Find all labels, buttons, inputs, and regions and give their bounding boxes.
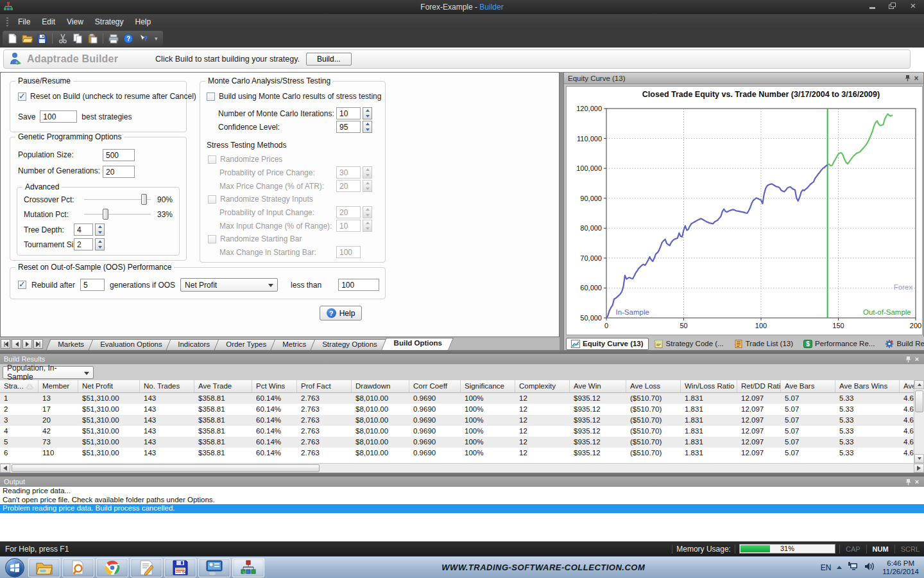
close-button[interactable]: ×: [907, 2, 919, 11]
taskbar-search-icon[interactable]: [62, 558, 94, 577]
population-input[interactable]: [103, 149, 135, 161]
column-header-net-profit[interactable]: Net Profit: [78, 380, 140, 392]
menu-item-edit[interactable]: Edit: [36, 15, 61, 28]
max-input-spinner[interactable]: [363, 220, 372, 232]
column-header-ave-loss[interactable]: Ave Loss: [626, 380, 681, 392]
network-icon[interactable]: [848, 562, 859, 573]
confidence-spinner[interactable]: [363, 121, 372, 133]
panel-tab-trade-list-13-[interactable]: Trade List (13): [730, 338, 798, 350]
max-price-spinner[interactable]: [363, 180, 372, 192]
rebuild-generations-input[interactable]: [80, 279, 105, 291]
column-header-significance[interactable]: Significance: [461, 380, 515, 392]
mc-iterations-spinner[interactable]: [363, 107, 372, 119]
save-icon[interactable]: [36, 33, 47, 44]
results-filter-dropdown[interactable]: Population, In-Sample: [3, 366, 94, 379]
panel-tab-equity-curve-13-[interactable]: Equity Curve (13): [566, 338, 649, 350]
randomize-prices-checkbox[interactable]: [208, 155, 216, 164]
tab-strategy-options[interactable]: Strategy Options: [311, 339, 389, 350]
prob-price-spinner[interactable]: [363, 166, 372, 179]
tab-indicators[interactable]: Indicators: [166, 339, 222, 350]
tab-scroll-right-button[interactable]: [22, 339, 32, 349]
tab-scroll-left-button[interactable]: [12, 339, 21, 349]
prob-input-input[interactable]: [336, 206, 361, 218]
prob-input-spinner[interactable]: [363, 206, 372, 218]
confidence-input[interactable]: [336, 121, 361, 133]
max-bar-input[interactable]: [336, 246, 361, 258]
randomize-bar-checkbox[interactable]: [208, 235, 216, 243]
save-count-input[interactable]: [40, 110, 77, 123]
column-header-corr-coeff[interactable]: Corr Coeff: [409, 380, 461, 392]
table-row[interactable]: 113$51,310.00143$358.8160.14%2.763$8,010…: [0, 393, 924, 404]
context-help-icon[interactable]: ?: [137, 33, 149, 44]
print-icon[interactable]: [108, 33, 119, 44]
taskbar-chrome-icon[interactable]: [96, 558, 128, 577]
tournament-spinner[interactable]: [95, 238, 105, 250]
show-hidden-icons[interactable]: [837, 566, 842, 569]
menu-item-file[interactable]: File: [12, 15, 36, 28]
tab-evaluation-options[interactable]: Evaluation Options: [88, 339, 173, 350]
column-header-no-trades[interactable]: No. Trades: [140, 380, 194, 392]
paste-icon[interactable]: [87, 33, 98, 44]
menu-item-strategy[interactable]: Strategy: [89, 15, 130, 28]
minimize-button[interactable]: [866, 2, 878, 11]
taskbar-builder-icon[interactable]: C: [232, 558, 264, 577]
output-line[interactable]: Reading price data...: [0, 487, 924, 496]
column-header-complexity[interactable]: Complexity: [515, 380, 570, 392]
menu-item-help[interactable]: Help: [130, 15, 157, 28]
column-header-stra-[interactable]: Stra...: [0, 380, 38, 392]
panel-tab-strategy-code-[interactable]: Strategy Code (...: [650, 338, 728, 350]
tab-scroll-first-button[interactable]: [1, 339, 10, 349]
new-icon[interactable]: [6, 33, 18, 44]
column-header-win-loss-ratio[interactable]: Win/Loss Ratio: [681, 380, 737, 392]
vertical-scrollbar[interactable]: [914, 380, 924, 463]
language-indicator[interactable]: EN: [821, 563, 832, 572]
threshold-input[interactable]: [338, 279, 379, 291]
taskbar-floppy-icon[interactable]: 64: [164, 558, 196, 577]
panel-tab-performance-re-[interactable]: $Performance Re...: [799, 338, 879, 350]
column-header-prof-fact[interactable]: Prof Fact: [297, 380, 352, 392]
randomize-inputs-checkbox[interactable]: [208, 195, 216, 204]
pin-icon[interactable]: [903, 74, 912, 82]
restore-button[interactable]: [887, 2, 898, 11]
tree-depth-input[interactable]: [74, 223, 93, 236]
table-row[interactable]: 573$51,310.00143$358.8160.14%2.763$8,010…: [0, 437, 924, 448]
crossover-slider[interactable]: [84, 194, 151, 206]
start-button[interactable]: [5, 558, 24, 577]
about-icon[interactable]: ?: [123, 33, 134, 44]
oos-metric-dropdown[interactable]: Net Profit: [180, 278, 278, 292]
help-button[interactable]: ? Help: [320, 306, 362, 320]
build-mc-checkbox[interactable]: [207, 92, 215, 101]
taskbar-explorer-icon[interactable]: [28, 558, 60, 577]
column-header-pct-wins[interactable]: Pct Wins: [252, 380, 297, 392]
table-row[interactable]: 217$51,310.00143$358.8160.14%2.763$8,010…: [0, 404, 924, 415]
column-header-drawdown[interactable]: Drawdown: [352, 380, 409, 392]
column-header-ret-dd-ratio[interactable]: Ret/DD Ratio: [737, 380, 781, 392]
column-header-member[interactable]: Member: [38, 380, 78, 392]
taskbar-notepad-icon[interactable]: [130, 558, 162, 577]
volume-icon[interactable]: [864, 562, 875, 573]
max-input-input[interactable]: [336, 220, 361, 232]
close-panel-icon[interactable]: ×: [912, 355, 921, 363]
rebuild-checkbox[interactable]: [18, 281, 26, 289]
close-panel-icon[interactable]: ×: [912, 74, 921, 82]
taskbar-clock[interactable]: 6:46 PM11/26/2014: [882, 559, 919, 576]
tab-scroll-last-button[interactable]: [33, 339, 43, 349]
menu-item-view[interactable]: View: [61, 15, 89, 28]
horizontal-scrollbar[interactable]: [0, 463, 924, 473]
build-button[interactable]: Build...: [306, 53, 352, 66]
mc-iterations-input[interactable]: [336, 107, 361, 119]
toolbar-overflow-icon[interactable]: ▾: [155, 35, 158, 42]
column-header-ave-bars[interactable]: Ave Bars: [781, 380, 835, 392]
tab-build-options[interactable]: Build Options: [381, 338, 454, 350]
table-row[interactable]: 6110$51,310.00143$358.8160.14%2.763$8,01…: [0, 448, 924, 459]
taskbar-display-icon[interactable]: [198, 558, 230, 577]
panel-tab-build-report-13-[interactable]: Build Report (13): [880, 338, 924, 350]
column-header-ave-win[interactable]: Ave Win: [570, 380, 626, 392]
pin-icon[interactable]: [903, 478, 912, 486]
tab-order-types[interactable]: Order Types: [214, 339, 278, 350]
reset-on-build-checkbox[interactable]: [18, 92, 26, 101]
output-line[interactable]: Can't open price file. Check available f…: [0, 496, 924, 505]
tournament-input[interactable]: [74, 238, 93, 250]
copy-icon[interactable]: [72, 33, 83, 44]
close-panel-icon[interactable]: ×: [912, 478, 921, 486]
